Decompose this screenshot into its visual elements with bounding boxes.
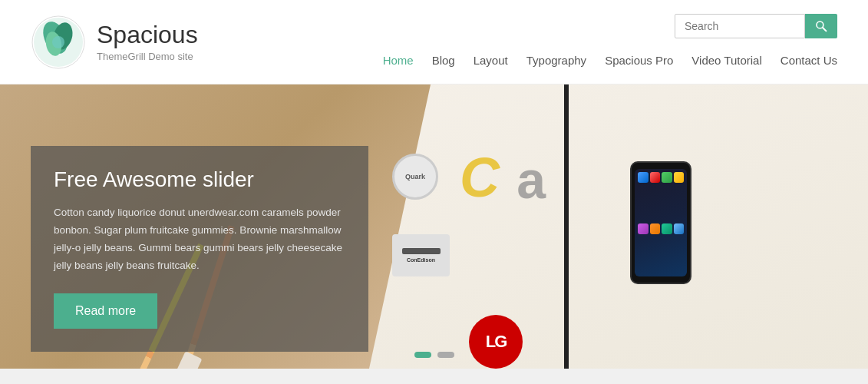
phone-device bbox=[630, 161, 691, 284]
hero-section: Quark C a ConEdison LG Free Awesome slid… bbox=[0, 84, 868, 369]
site-title: Spacious bbox=[97, 22, 198, 48]
conedison-logo: ConEdison bbox=[392, 234, 450, 276]
nav-item-spacious-pro[interactable]: Spacious Pro bbox=[605, 51, 673, 70]
nav-item-video-tutorial[interactable]: Video Tutorial bbox=[691, 51, 761, 70]
svg-line-7 bbox=[823, 28, 826, 31]
app-icon bbox=[638, 172, 649, 183]
phone-screen bbox=[635, 169, 687, 276]
nav-item-layout[interactable]: Layout bbox=[474, 51, 508, 70]
site-tagline: ThemeGrill Demo site bbox=[97, 51, 198, 62]
app-icon bbox=[650, 223, 661, 234]
app-icon bbox=[662, 223, 672, 234]
logo-area: Spacious ThemeGrill Demo site bbox=[31, 15, 198, 70]
app-icon bbox=[674, 172, 685, 183]
hero-title: Free Awesome slider bbox=[54, 167, 345, 192]
slider-dot-1[interactable] bbox=[414, 352, 431, 358]
slider-dot-2[interactable] bbox=[437, 352, 454, 358]
app-icon bbox=[638, 223, 649, 234]
site-header: Spacious ThemeGrill Demo site Home Blog … bbox=[0, 0, 868, 84]
slider-dots bbox=[414, 352, 454, 358]
nav-item-blog[interactable]: Blog bbox=[432, 51, 455, 70]
search-icon bbox=[815, 20, 827, 32]
a-logo-gray: a bbox=[517, 150, 546, 210]
search-button[interactable] bbox=[805, 14, 837, 38]
page-wrapper: Spacious ThemeGrill Demo site Home Blog … bbox=[0, 0, 868, 369]
c-logo-yellow: C bbox=[460, 146, 500, 209]
main-nav: Home Blog Layout Typography Spacious Pro… bbox=[383, 51, 837, 70]
svg-point-5 bbox=[52, 36, 64, 48]
hero-description: Cotton candy liquorice donut unerdwear.c… bbox=[54, 204, 345, 275]
app-icon bbox=[674, 223, 685, 234]
app-icon bbox=[650, 172, 661, 183]
book-spine bbox=[564, 84, 569, 369]
hero-content: Free Awesome slider Cotton candy liquori… bbox=[31, 146, 368, 352]
nav-item-typography[interactable]: Typography bbox=[526, 51, 586, 70]
book-area bbox=[369, 84, 868, 369]
site-logo-icon[interactable] bbox=[31, 15, 86, 70]
nav-item-contact-us[interactable]: Contact Us bbox=[781, 51, 837, 70]
search-bar bbox=[675, 14, 837, 38]
lg-logo: LG bbox=[469, 315, 523, 369]
logo-text-area: Spacious ThemeGrill Demo site bbox=[97, 22, 198, 61]
search-input[interactable] bbox=[675, 14, 805, 38]
read-more-button[interactable]: Read more bbox=[54, 293, 157, 329]
nav-item-home[interactable]: Home bbox=[383, 51, 414, 70]
quark-logo: Quark bbox=[392, 154, 438, 200]
app-icon bbox=[662, 172, 672, 183]
header-right: Home Blog Layout Typography Spacious Pro… bbox=[383, 14, 837, 70]
